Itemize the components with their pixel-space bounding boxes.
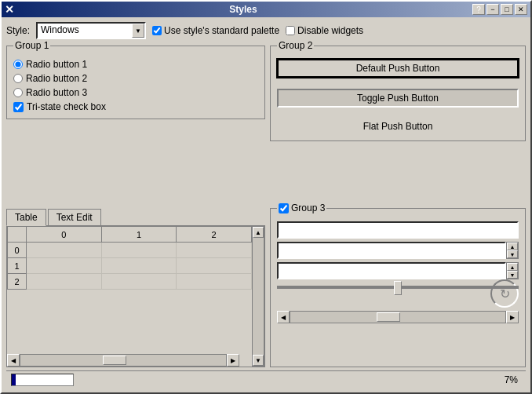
table-vscroll-track[interactable] — [253, 238, 264, 355]
group3-checkbox[interactable] — [279, 203, 289, 213]
right-panel: Group 2 Default Push Button Toggle Push … — [270, 46, 526, 205]
spinner-input[interactable]: 50 — [277, 242, 506, 259]
progress-percent-label: 7% — [505, 374, 518, 385]
table-vscroll-down-arrow-icon[interactable]: ▼ — [253, 355, 264, 366]
radio3-input[interactable] — [13, 88, 23, 97]
radio2-item: Radio button 2 — [13, 73, 258, 84]
disable-label: Disable widgets — [297, 25, 363, 36]
radio2-input[interactable] — [13, 74, 23, 83]
corner-cell — [8, 227, 27, 243]
row-header-2: 2 — [8, 274, 27, 290]
table-vscroll-up-arrow-icon[interactable]: ▲ — [253, 227, 264, 238]
style-select[interactable]: Windows — [36, 22, 146, 39]
tristate-label: Tri-state check box — [27, 101, 106, 112]
datetime-down-button[interactable]: ▼ — [507, 271, 518, 279]
help-button[interactable]: ? — [472, 4, 485, 15]
table-hscroll: ◀ ▶ — [7, 354, 239, 367]
tab-text-edit[interactable]: Text Edit — [48, 209, 101, 226]
progress-bar-wrapper — [11, 374, 74, 386]
radio3-label: Radio button 3 — [26, 87, 87, 98]
window-menu-icon[interactable]: ✕ — [5, 4, 14, 15]
cell-2-2[interactable] — [177, 274, 252, 290]
datetime-spinner-buttons: ▲ ▼ — [506, 262, 519, 279]
group3-hscroll-thumb[interactable] — [377, 312, 400, 322]
top-bar: Style: Windows ▼ Use style's standard pa… — [6, 22, 526, 42]
default-push-button[interactable]: Default Push Button — [277, 59, 519, 78]
titlebar-buttons: ? − □ ✕ — [472, 4, 527, 15]
col-header-1: 1 — [101, 227, 177, 243]
table-row: 2 — [8, 274, 252, 290]
tab-content: 0 1 2 0 — [6, 225, 265, 367]
group2-label: Group 2 — [277, 40, 314, 51]
table-hscroll-right-arrow-icon[interactable]: ▶ — [227, 354, 239, 367]
table-scroll-region: 0 1 2 0 — [7, 226, 252, 367]
group2-box: Group 2 Default Push Button Toggle Push … — [270, 46, 526, 141]
table-row: 1 — [8, 258, 252, 274]
row-header-0: 0 — [8, 243, 27, 258]
palette-checkbox-wrapper: Use style's standard palette — [152, 25, 279, 36]
spinner-wrapper: 50 ▲ ▼ — [277, 242, 519, 259]
group3-hscroll-right-arrow-icon[interactable]: ▶ — [506, 311, 519, 323]
data-table: 0 1 2 0 — [7, 226, 252, 290]
cell-1-0[interactable] — [27, 258, 102, 274]
col-header-2: 2 — [177, 227, 252, 243]
group1-label: Group 1 — [13, 40, 50, 51]
group3-label-wrapper: Group 3 — [277, 202, 326, 213]
radio1-item: Radio button 1 — [13, 59, 258, 70]
table-row: 0 — [8, 243, 252, 258]
datetime-up-button[interactable]: ▲ — [507, 263, 518, 271]
cell-0-0[interactable] — [27, 243, 102, 258]
group3-hscroll-track[interactable] — [290, 311, 506, 323]
group3-hscroll: ◀ ▶ — [277, 311, 519, 323]
datetime-input[interactable]: 05/10/2005 08:42:58 AM — [277, 262, 506, 279]
titlebar-left: ✕ — [5, 4, 14, 15]
flat-push-button[interactable]: Flat Push Button — [277, 119, 519, 134]
disable-checkbox-wrapper: Disable widgets — [286, 25, 363, 36]
cell-1-1[interactable] — [101, 258, 177, 274]
main-content: Group 1 Radio button 1 Radio button 2 Ra… — [6, 46, 526, 205]
slider-wrapper — [277, 286, 519, 289]
radio1-input[interactable] — [13, 60, 23, 69]
tristate-checkbox[interactable] — [13, 102, 24, 112]
datetime-wrapper: 05/10/2005 08:42:58 AM ▲ ▼ — [277, 262, 519, 279]
slider-track[interactable] — [277, 286, 519, 289]
slider-thumb[interactable] — [394, 281, 402, 295]
bottom-section: Table Text Edit 0 1 — [6, 208, 526, 367]
table-hscroll-track[interactable] — [20, 354, 227, 367]
window-body: Style: Windows ▼ Use style's standard pa… — [2, 17, 530, 392]
cell-2-0[interactable] — [27, 274, 102, 290]
spinner-down-button[interactable]: ▼ — [507, 250, 518, 258]
spinner-up-button[interactable]: ▲ — [507, 243, 518, 250]
style-label: Style: — [6, 25, 30, 36]
style-select-wrapper: Windows ▼ — [36, 22, 146, 39]
radio1-label: Radio button 1 — [26, 59, 87, 70]
row-header-1: 1 — [8, 258, 27, 274]
tab-table[interactable]: Table — [6, 209, 46, 226]
tristate-item: Tri-state check box — [13, 101, 258, 112]
password-input[interactable]: ****** — [277, 221, 519, 239]
close-button[interactable]: ✕ — [515, 4, 527, 15]
minimize-button[interactable]: − — [486, 4, 499, 15]
group3-hscroll-left-arrow-icon[interactable]: ◀ — [277, 311, 290, 323]
dial-control[interactable]: ↻ — [490, 279, 519, 308]
palette-checkbox[interactable] — [152, 26, 162, 35]
group1-box: Group 1 Radio button 1 Radio button 2 Ra… — [6, 46, 265, 119]
table-hscroll-left-arrow-icon[interactable]: ◀ — [7, 354, 20, 367]
cell-0-2[interactable] — [177, 243, 252, 258]
cell-0-1[interactable] — [101, 243, 177, 258]
maximize-button[interactable]: □ — [501, 4, 513, 15]
radio3-item: Radio button 3 — [13, 87, 258, 98]
titlebar: ✕ Styles ? − □ ✕ — [2, 2, 530, 17]
style-dropdown-arrow-icon[interactable]: ▼ — [132, 24, 144, 38]
table-hscroll-thumb[interactable] — [103, 356, 126, 365]
progress-bar-fill — [12, 374, 16, 385]
cell-1-2[interactable] — [177, 258, 252, 274]
table-area: 0 1 2 0 — [7, 226, 264, 367]
disable-checkbox[interactable] — [286, 26, 295, 35]
palette-label: Use style's standard palette — [164, 25, 279, 36]
toggle-push-button[interactable]: Toggle Push Button — [277, 89, 519, 108]
cell-2-1[interactable] — [101, 274, 177, 290]
left-panel: Group 1 Radio button 1 Radio button 2 Ra… — [6, 46, 265, 205]
tab-bar: Table Text Edit — [6, 208, 265, 225]
window-title: Styles — [14, 4, 472, 15]
